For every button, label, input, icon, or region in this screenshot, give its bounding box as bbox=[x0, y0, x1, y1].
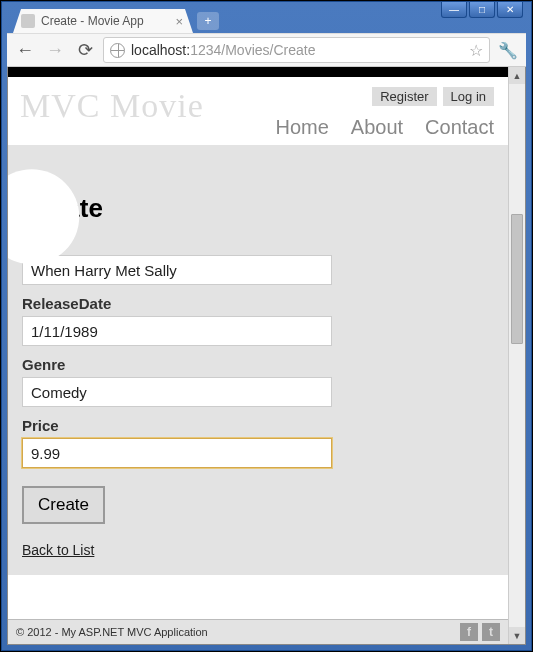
nav-contact[interactable]: Contact bbox=[425, 116, 494, 139]
nav-home[interactable]: Home bbox=[275, 116, 328, 139]
new-tab-button[interactable]: + bbox=[197, 12, 219, 30]
vertical-scrollbar[interactable]: ▲ ▼ bbox=[508, 67, 525, 644]
address-bar[interactable]: localhost:1234/Movies/Create ☆ bbox=[103, 37, 490, 63]
globe-icon bbox=[110, 43, 125, 58]
scroll-up-button[interactable]: ▲ bbox=[509, 67, 525, 84]
price-label: Price bbox=[22, 417, 494, 434]
auth-links: Register Log in bbox=[275, 87, 494, 106]
top-black-bar bbox=[8, 67, 508, 77]
releasedate-label: ReleaseDate bbox=[22, 295, 494, 312]
genre-label: Genre bbox=[22, 356, 494, 373]
url-text: localhost:1234/Movies/Create bbox=[131, 42, 315, 58]
window-controls: — □ ✕ bbox=[441, 2, 523, 18]
url-host: localhost: bbox=[131, 42, 190, 58]
tab-favicon bbox=[21, 14, 35, 28]
footer-text: © 2012 - My ASP.NET MVC Application bbox=[16, 626, 208, 638]
forward-button[interactable]: → bbox=[43, 38, 67, 62]
footer-social: f t bbox=[460, 623, 500, 641]
site-title: MVC Movie bbox=[20, 87, 204, 125]
browser-tab[interactable]: Create - Movie App × bbox=[13, 9, 193, 33]
page-content: MVC Movie Register Log in Home About Con… bbox=[8, 67, 508, 644]
minimize-button[interactable]: — bbox=[441, 2, 467, 18]
title-label: Title bbox=[22, 234, 494, 251]
page-footer: © 2012 - My ASP.NET MVC Application f t bbox=[8, 619, 508, 644]
tab-close-icon[interactable]: × bbox=[173, 14, 185, 29]
page-viewport: MVC Movie Register Log in Home About Con… bbox=[7, 67, 526, 645]
price-input[interactable] bbox=[22, 438, 332, 468]
page-heading: Create bbox=[22, 193, 494, 224]
close-window-button[interactable]: ✕ bbox=[497, 2, 523, 18]
tab-title: Create - Movie App bbox=[41, 14, 173, 28]
create-button[interactable]: Create bbox=[22, 486, 105, 524]
facebook-icon[interactable]: f bbox=[460, 623, 478, 641]
maximize-button[interactable]: □ bbox=[469, 2, 495, 18]
scroll-thumb[interactable] bbox=[511, 214, 523, 344]
main-nav: Home About Contact bbox=[275, 116, 494, 139]
twitter-icon[interactable]: t bbox=[482, 623, 500, 641]
title-input[interactable] bbox=[22, 255, 332, 285]
login-link[interactable]: Log in bbox=[443, 87, 494, 106]
scroll-down-button[interactable]: ▼ bbox=[509, 627, 525, 644]
url-path: 1234/Movies/Create bbox=[190, 42, 315, 58]
reload-button[interactable]: ⟳ bbox=[73, 38, 97, 62]
bookmark-star-icon[interactable]: ☆ bbox=[469, 41, 483, 60]
releasedate-input[interactable] bbox=[22, 316, 332, 346]
scroll-track[interactable] bbox=[509, 84, 525, 627]
nav-about[interactable]: About bbox=[351, 116, 403, 139]
back-button[interactable]: ← bbox=[13, 38, 37, 62]
browser-toolbar: ← → ⟳ localhost:1234/Movies/Create ☆ 🔧 bbox=[7, 33, 526, 67]
genre-input[interactable] bbox=[22, 377, 332, 407]
back-to-list-link[interactable]: Back to List bbox=[22, 542, 94, 558]
site-header: MVC Movie Register Log in Home About Con… bbox=[8, 77, 508, 145]
settings-wrench-icon[interactable]: 🔧 bbox=[496, 38, 520, 62]
form-area: Create Title ReleaseDate Genre Price Cre… bbox=[8, 145, 508, 575]
register-link[interactable]: Register bbox=[372, 87, 436, 106]
